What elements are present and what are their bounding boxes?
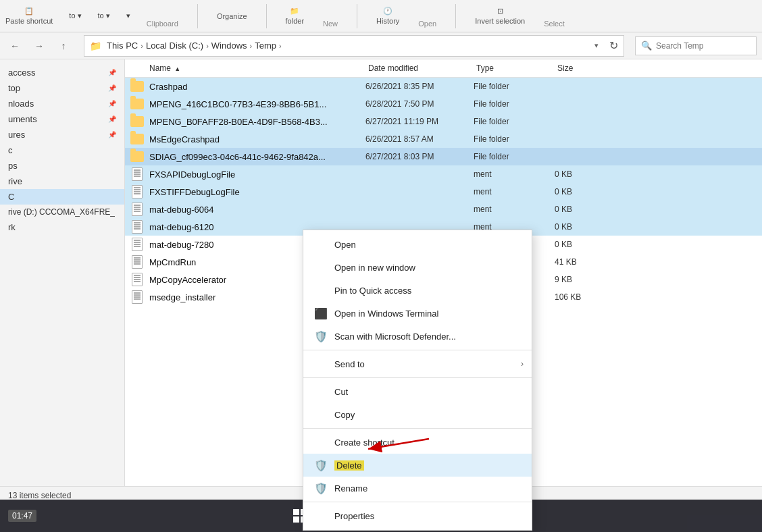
- folder-icon: [125, 134, 149, 144]
- breadcrumb-this-pc[interactable]: This PC: [107, 41, 138, 51]
- forward-button[interactable]: →: [30, 36, 49, 55]
- breadcrumb-windows[interactable]: Windows: [211, 41, 247, 51]
- file-doc-icon: [125, 167, 149, 181]
- up-button[interactable]: ↑: [54, 36, 73, 55]
- organize-label: Organize: [217, 12, 247, 20]
- sidebar-item-documents[interactable]: uments 📌: [0, 111, 124, 127]
- shortcut-icon: [314, 435, 328, 449]
- table-row[interactable]: mat-debug-6064 ment 0 KB: [125, 201, 762, 218]
- sidebar-item-downloads[interactable]: nloads 📌: [0, 96, 124, 111]
- ctx-pin-quick-access[interactable]: Pin to Quick access: [303, 279, 532, 302]
- folder-nav-icon: 📁: [90, 41, 101, 51]
- file-doc-icon: [125, 255, 149, 269]
- table-row[interactable]: Crashpad 6/26/2021 8:35 PM File folder: [125, 78, 762, 95]
- search-input[interactable]: [656, 41, 737, 51]
- paste-shortcut-button[interactable]: 📋 Paste shortcut: [5, 7, 53, 25]
- column-size[interactable]: Size: [557, 63, 611, 73]
- to-button-2[interactable]: to ▾: [98, 11, 110, 20]
- status-text: 13 items selected: [8, 491, 71, 500]
- new-window-icon: [314, 261, 328, 274]
- column-type[interactable]: Type: [476, 63, 557, 73]
- table-row[interactable]: MPENG_416C1BC0-77B3-4E39-8BB6-5B1... 6/2…: [125, 95, 762, 113]
- svg-rect-4: [293, 516, 299, 523]
- properties-icon: [314, 509, 328, 523]
- sidebar-item-local-c[interactable]: C: [0, 189, 124, 205]
- folder-icon: [125, 151, 149, 162]
- ctx-open-terminal[interactable]: ⬛ Open in Windows Terminal: [303, 302, 532, 325]
- context-menu: Open Open in new window Pin to Quick acc…: [303, 230, 532, 531]
- sidebar-item-top[interactable]: top 📌: [0, 80, 124, 96]
- search-box[interactable]: 🔍: [635, 36, 757, 55]
- breadcrumb: This PC › Local Disk (C:) › Windows › Te…: [107, 41, 589, 51]
- pin-icon: 📌: [108, 115, 116, 123]
- ctx-separator-2: [303, 377, 532, 378]
- ctx-cut[interactable]: Cut: [303, 380, 532, 403]
- refresh-button[interactable]: ↻: [609, 39, 618, 52]
- folder-icon: [125, 116, 149, 127]
- pin-icon: 📌: [108, 100, 116, 107]
- ctx-separator-1: [303, 350, 532, 350]
- send-to-icon: [314, 357, 328, 371]
- breadcrumb-local-disk[interactable]: Local Disk (C:): [146, 41, 203, 51]
- ctx-scan-defender[interactable]: 🛡️ Scan with Microsoft Defender...: [303, 325, 532, 348]
- file-list-header: Name ▲ Date modified Type Size: [125, 59, 762, 78]
- more-button[interactable]: ▾: [126, 11, 130, 20]
- table-row[interactable]: MPENG_B0FAFF28-B0EA-4D9F-B568-4B3... 6/2…: [125, 113, 762, 130]
- back-button[interactable]: ←: [5, 36, 24, 55]
- sidebar-item-network[interactable]: rk: [0, 219, 124, 235]
- sidebar-item-access[interactable]: access 📌: [0, 65, 124, 80]
- nav-bar: ← → ↑ 📁 This PC › Local Disk (C:) › Wind…: [0, 32, 762, 59]
- ctx-create-shortcut[interactable]: Create shortcut: [303, 431, 532, 454]
- sidebar-item-drive[interactable]: rive: [0, 174, 124, 189]
- ctx-copy[interactable]: Copy: [303, 403, 532, 426]
- open-icon: [314, 238, 328, 251]
- toolbar-divider-2: [266, 4, 267, 28]
- file-doc-icon: [125, 220, 149, 234]
- toolbar-divider-4: [455, 4, 456, 28]
- toolbar: 📋 Paste shortcut to ▾ to ▾ ▾ Clipboard O…: [0, 0, 762, 32]
- folder-icon: [125, 81, 149, 92]
- column-name[interactable]: Name ▲: [125, 63, 368, 73]
- table-row[interactable]: FXSAPIDebugLogFile ment 0 KB: [125, 165, 762, 183]
- pin-icon: 📌: [108, 84, 116, 92]
- new-folder-button[interactable]: 📁 folder: [286, 7, 305, 25]
- toolbar-divider-1: [197, 4, 198, 28]
- ctx-delete[interactable]: 🛡️ Delete: [303, 454, 532, 477]
- address-bar[interactable]: 📁 This PC › Local Disk (C:) › Windows › …: [84, 35, 624, 57]
- search-icon: 🔍: [641, 41, 652, 51]
- delete-icon: 🛡️: [314, 458, 328, 472]
- copy-icon: [314, 408, 328, 421]
- ctx-open[interactable]: Open: [303, 233, 532, 256]
- sidebar-item-pictures[interactable]: ures 📌: [0, 127, 124, 142]
- ctx-send-to[interactable]: Send to ›: [303, 352, 532, 375]
- file-doc-icon: [125, 290, 149, 304]
- table-row[interactable]: SDIAG_cf099ec3-04c6-441c-9462-9fa842a...…: [125, 148, 762, 165]
- dropdown-arrow-icon[interactable]: ▾: [594, 41, 599, 50]
- sort-arrow-icon: ▲: [174, 65, 180, 72]
- file-doc-icon: [125, 273, 149, 286]
- ctx-open-new-window[interactable]: Open in new window: [303, 256, 532, 279]
- column-date[interactable]: Date modified: [368, 63, 476, 73]
- svg-rect-2: [293, 509, 299, 515]
- ctx-rename[interactable]: 🛡️ Rename: [303, 477, 532, 500]
- sidebar-item-ps[interactable]: ps: [0, 158, 124, 174]
- sidebar-item-c[interactable]: c: [0, 142, 124, 158]
- table-row[interactable]: MsEdgeCrashpad 6/26/2021 8:57 AM File fo…: [125, 130, 762, 148]
- breadcrumb-temp[interactable]: Temp: [255, 41, 276, 51]
- taskbar-clock: 01:47: [8, 510, 36, 522]
- file-doc-icon: [125, 203, 149, 216]
- toolbar-divider-3: [357, 4, 357, 28]
- pin-icon: [314, 284, 328, 297]
- file-doc-icon: [125, 185, 149, 198]
- history-button[interactable]: 🕐 History: [376, 7, 399, 25]
- file-doc-icon: [125, 238, 149, 251]
- invert-selection-button[interactable]: ⊡ Invert selection: [475, 7, 525, 25]
- table-row[interactable]: FXSTIFFDebugLogFile ment 0 KB: [125, 183, 762, 201]
- sidebar-item-drive-d[interactable]: rive (D:) CCCOMA_X64FRE_: [0, 205, 124, 219]
- defender-icon: 🛡️: [314, 329, 328, 343]
- ctx-properties[interactable]: Properties: [303, 504, 532, 527]
- pin-icon: 📌: [108, 131, 116, 138]
- submenu-arrow-icon: ›: [521, 359, 524, 369]
- sidebar: access 📌 top 📌 nloads 📌 uments 📌 ures 📌 …: [0, 59, 125, 486]
- to-button-1[interactable]: to ▾: [69, 11, 81, 20]
